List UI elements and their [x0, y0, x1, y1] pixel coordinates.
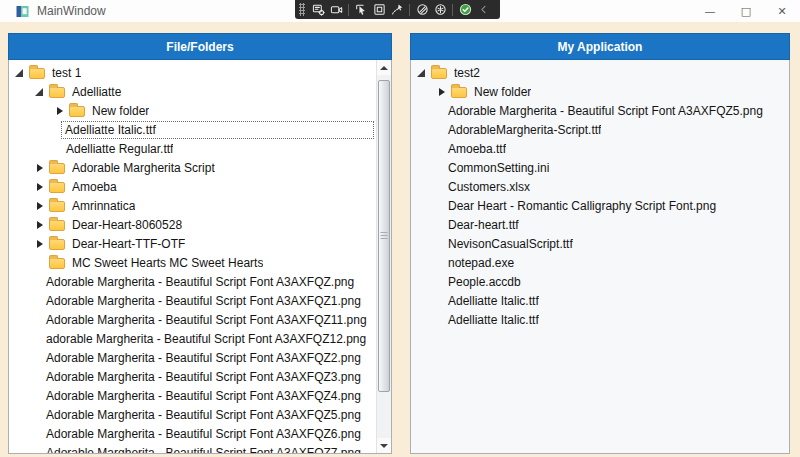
- tree-item[interactable]: CommonSetting.ini: [411, 158, 789, 177]
- tree-item[interactable]: Adorable Margherita - Beautiful Script F…: [9, 386, 376, 405]
- tree-item[interactable]: Dear-heart.ttf: [411, 215, 789, 234]
- tree-item-label: New folder: [92, 104, 149, 118]
- toolbar-separator: [452, 4, 453, 16]
- tree-item[interactable]: Adorable Margherita Script: [9, 158, 376, 177]
- expander-collapsed-icon[interactable]: [35, 196, 49, 215]
- folder-icon: [451, 87, 467, 98]
- tree-item-label: Adelliatte Regular.ttf: [65, 142, 173, 156]
- tree-item-label: test2: [454, 66, 480, 80]
- tree-item[interactable]: test 1: [9, 63, 376, 82]
- tree-item[interactable]: Amrinnatica: [9, 196, 376, 215]
- my-application-panel: My Application test2New folderAdorable M…: [410, 33, 790, 454]
- close-button[interactable]: ✕: [764, 0, 800, 22]
- folder-icon: [431, 68, 447, 79]
- minimize-button[interactable]: —: [692, 0, 728, 22]
- expander-expanded-icon[interactable]: [15, 63, 29, 82]
- tree-item-label: Amoeba: [72, 180, 117, 194]
- region-select-icon[interactable]: [370, 2, 388, 17]
- capture-toolbar: [295, 0, 500, 19]
- tree-item[interactable]: People.accdb: [411, 272, 789, 291]
- tree-item[interactable]: adorable Margherita - Beautiful Script F…: [9, 329, 376, 348]
- tree-item-label: Adelliatte: [72, 85, 121, 99]
- expander-collapsed-icon[interactable]: [35, 158, 49, 177]
- tree-item[interactable]: Customers.xlsx: [411, 177, 789, 196]
- tree-item[interactable]: Dear-Heart-TTF-OTF: [9, 234, 376, 253]
- expander-collapsed-icon[interactable]: [35, 215, 49, 234]
- tree-item-label: MC Sweet Hearts MC Sweet Hearts: [72, 256, 263, 270]
- expander-expanded-icon[interactable]: [417, 63, 431, 82]
- striped-circle-icon[interactable]: [413, 2, 431, 17]
- scroll-up-button[interactable]: [377, 60, 391, 75]
- check-circle-icon[interactable]: [456, 2, 474, 17]
- folder-icon: [49, 239, 65, 250]
- tree-item[interactable]: Adelliatte: [9, 82, 376, 101]
- record-settings-icon[interactable]: [309, 2, 327, 17]
- tree-item[interactable]: Adorable Margherita - Beautiful Script F…: [9, 348, 376, 367]
- arrow-down-icon: [380, 444, 388, 448]
- tree-item[interactable]: Adelliatte Regular.ttf: [9, 139, 376, 158]
- expander-collapsed-icon[interactable]: [35, 177, 49, 196]
- file-folders-panel: File/Folders test 1AdelliatteNew folderA…: [8, 33, 392, 454]
- tree-item[interactable]: MC Sweet Hearts MC Sweet Hearts: [9, 253, 376, 272]
- my-application-tree: test2New folderAdorable Margherita - Bea…: [411, 60, 789, 453]
- folder-icon: [29, 68, 45, 79]
- camera-icon[interactable]: [327, 2, 345, 17]
- expander-collapsed-icon[interactable]: [55, 101, 69, 120]
- tree-item[interactable]: Amoeba.ttf: [411, 139, 789, 158]
- tree-item[interactable]: Adelliatte Italic.ttf: [411, 291, 789, 310]
- folder-icon: [49, 258, 65, 269]
- tree-item[interactable]: Adelliatte Italic.ttf: [9, 120, 376, 139]
- arrow-up-icon: [380, 66, 388, 70]
- drag-path-icon[interactable]: [388, 2, 406, 17]
- chevron-left-icon[interactable]: [474, 2, 492, 17]
- my-application-header: My Application: [410, 33, 790, 60]
- tree-item[interactable]: New folder: [411, 82, 789, 101]
- file-folders-tree: test 1AdelliatteNew folderAdelliatte Ita…: [9, 60, 376, 453]
- tree-item[interactable]: AdorableMargherita-Script.ttf: [411, 120, 789, 139]
- folder-icon: [49, 220, 65, 231]
- tree-item-label: Dear Heart - Romantic Calligraphy Script…: [447, 199, 716, 213]
- expander-collapsed-icon[interactable]: [35, 234, 49, 253]
- tree-item[interactable]: notepad.exe: [411, 253, 789, 272]
- my-application-header-label: My Application: [558, 40, 643, 54]
- tree-item-label: notepad.exe: [447, 256, 514, 270]
- scrollbar-thumb[interactable]: [378, 80, 390, 392]
- expander-collapsed-icon[interactable]: [437, 82, 451, 101]
- tree-item-label: Adorable Margherita - Beautiful Script F…: [45, 351, 361, 365]
- expander-expanded-icon[interactable]: [35, 82, 49, 101]
- window-title: MainWindow: [37, 4, 106, 18]
- tree-item-label: Adorable Margherita - Beautiful Script F…: [45, 313, 367, 327]
- tree-item[interactable]: Adorable Margherita - Beautiful Script F…: [9, 443, 376, 453]
- my-application-body: test2New folderAdorable Margherita - Bea…: [410, 60, 790, 454]
- tree-item-label: Adorable Margherita Script: [72, 161, 215, 175]
- maximize-button[interactable]: □: [728, 0, 764, 22]
- tree-item-label: Adorable Margherita - Beautiful Script F…: [45, 427, 361, 441]
- expander-spacer: [35, 253, 49, 272]
- toolbar-drag-grip[interactable]: [299, 3, 305, 16]
- toolbar-separator: [409, 4, 410, 16]
- folder-icon: [49, 201, 65, 212]
- app-icon: [16, 5, 29, 18]
- tree-item[interactable]: New folder: [9, 101, 376, 120]
- tree-item[interactable]: Adorable Margherita - Beautiful Script F…: [9, 367, 376, 386]
- tree-item[interactable]: Adorable Margherita - Beautiful Script F…: [411, 101, 789, 120]
- tree-item[interactable]: Adorable Margherita - Beautiful Script F…: [9, 405, 376, 424]
- tree-item[interactable]: Adorable Margherita - Beautiful Script F…: [9, 424, 376, 443]
- tree-item[interactable]: Adorable Margherita - Beautiful Script F…: [9, 310, 376, 329]
- tree-item-label: Amoeba.ttf: [447, 142, 506, 156]
- tree-item[interactable]: Adorable Margherita - Beautiful Script F…: [9, 272, 376, 291]
- tree-item[interactable]: Adelliatte Italic.ttf: [411, 310, 789, 329]
- tree-item[interactable]: Adorable Margherita - Beautiful Script F…: [9, 291, 376, 310]
- tree-item[interactable]: test2: [411, 63, 789, 82]
- tree-item[interactable]: Amoeba: [9, 177, 376, 196]
- tree-item[interactable]: NevisonCasualScript.ttf: [411, 234, 789, 253]
- tree-item-label: Adorable Margherita - Beautiful Script F…: [447, 104, 763, 118]
- star-circle-icon[interactable]: [431, 2, 449, 17]
- scroll-down-button[interactable]: [377, 438, 391, 453]
- pointer-capture-icon[interactable]: [352, 2, 370, 17]
- vertical-scrollbar[interactable]: [376, 60, 391, 453]
- tree-item[interactable]: Dear Heart - Romantic Calligraphy Script…: [411, 196, 789, 215]
- file-folders-body: test 1AdelliatteNew folderAdelliatte Ita…: [8, 60, 392, 454]
- tree-item-label: Adorable Margherita - Beautiful Script F…: [45, 370, 361, 384]
- tree-item[interactable]: Dear-Heart-8060528: [9, 215, 376, 234]
